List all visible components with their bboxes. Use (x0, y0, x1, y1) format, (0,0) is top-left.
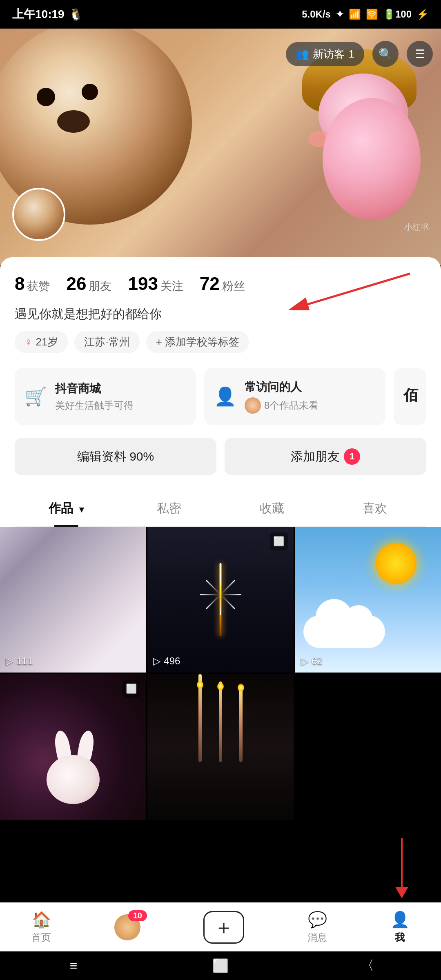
frequent-card-text: 常访问的人 8个作品未看 (245, 379, 318, 414)
play-count-3: ▷ 62 (301, 655, 323, 667)
third-card[interactable]: 佰 (394, 368, 426, 425)
tab-favorites[interactable]: 收藏 (220, 491, 323, 526)
visitors-count: 1 (349, 48, 354, 60)
tab-likes[interactable]: 喜欢 (323, 491, 426, 526)
grid-item-1[interactable]: ▷ 111 (0, 527, 146, 673)
play-icon-1: ▷ (6, 655, 13, 667)
third-card-title: 佰 (403, 385, 418, 405)
play-count-2: ▷ 496 (153, 655, 180, 667)
network-speed: 5.0K/s (302, 9, 331, 20)
tab-private[interactable]: 私密 (118, 491, 220, 526)
stats-section: 8 获赞 26 朋友 193 关注 72 粉丝 (15, 274, 426, 294)
cloud (303, 615, 385, 648)
gender-icon: ♀ (24, 336, 33, 348)
sun (376, 543, 416, 584)
stat-likes: 8 获赞 (15, 274, 50, 294)
grid-4-overlay: ⬜ (122, 680, 140, 698)
content-tabs: 作品 ▾ 私密 收藏 喜欢 (15, 491, 426, 527)
frequent-avatar (245, 397, 261, 414)
stat-fans[interactable]: 72 粉丝 (200, 274, 245, 294)
shop-card[interactable]: 🛒 抖音商城 美好生活触手可得 (15, 368, 196, 425)
wifi-icon: 🛜 (366, 9, 378, 20)
content-grid: ▷ 111 ⬜ ▷ 496 ▷ 62 (0, 527, 441, 820)
play-icon-3: ▷ (301, 655, 308, 667)
friends-label: 朋友 (89, 278, 111, 294)
add-tag-label: + 添加学校等标签 (156, 335, 239, 349)
home-icon: 🏠 (32, 911, 51, 929)
tags-row: ♀ 21岁 江苏·常州 + 添加学校等标签 (15, 331, 426, 353)
shop-card-text: 抖音商城 美好生活触手可得 (55, 381, 134, 412)
nav-home[interactable]: 🏠 首页 (31, 911, 51, 944)
tab-works[interactable]: 作品 ▾ (15, 491, 118, 526)
likes-label: 获赞 (27, 278, 50, 294)
edit-profile-button[interactable]: 编辑资料 90% (15, 438, 216, 475)
signal-icon: 📶 (349, 9, 361, 20)
add-tag-button[interactable]: + 添加学校等标签 (146, 331, 249, 353)
charge-icon: ⚡ (416, 9, 429, 20)
nav-badge: 10 (128, 910, 147, 921)
red-arrow-annotation (287, 270, 418, 310)
grid-item-3[interactable]: ▷ 62 (295, 527, 441, 673)
tab-favorites-label: 收藏 (260, 501, 284, 515)
frequent-card[interactable]: 👤 常访问的人 8个作品未看 (204, 368, 385, 425)
messages-icon: 💬 (308, 911, 327, 929)
pig-character (294, 49, 433, 245)
location-tag: 江苏·常州 (74, 331, 139, 353)
search-button[interactable]: 🔍 (372, 41, 399, 67)
nav-profile[interactable]: 👤 我 (390, 911, 410, 944)
fans-count: 72 (200, 274, 220, 294)
tab-dropdown-icon: ▾ (79, 504, 84, 514)
grid-2-overlay: ⬜ (270, 532, 288, 550)
add-icon: ＋ (203, 911, 244, 944)
nav-avatar-wrap: 10 (114, 914, 140, 940)
sys-back-btn[interactable]: 〈 (355, 957, 380, 975)
grid-item-2[interactable]: ⬜ ▷ 496 (147, 527, 293, 673)
bear-nose (57, 110, 90, 133)
arrow-line-vertical (401, 838, 403, 887)
bear-eye-right (82, 84, 98, 100)
nav-messages[interactable]: 💬 消息 (307, 911, 327, 944)
avatar (12, 188, 65, 241)
stat-friends[interactable]: 26 朋友 (66, 274, 111, 294)
system-nav-bar: ≡ ⬜ 〈 (0, 951, 441, 980)
stat-following[interactable]: 193 关注 (128, 274, 183, 294)
menu-button[interactable]: ☰ (407, 41, 433, 67)
nav-profile-label: 我 (395, 931, 405, 944)
qq-icon: 🐧 (69, 8, 83, 21)
tab-likes-label: 喜欢 (363, 501, 387, 515)
battery-icon: 🔋100 (383, 9, 412, 20)
red-arrow-down-annotation (395, 838, 408, 898)
grid-item-5[interactable] (147, 674, 293, 820)
fans-label: 粉丝 (222, 278, 245, 294)
person-icon: 👤 (214, 386, 236, 407)
shop-subtitle: 美好生活触手可得 (55, 399, 134, 412)
status-bar: 上午10:19 🐧 5.0K/s ✦ 📶 🛜 🔋100 ⚡ (0, 0, 441, 29)
location-value: 江苏·常州 (84, 335, 129, 349)
nav-home-label: 首页 (31, 931, 51, 944)
friends-count: 26 (66, 274, 86, 294)
age-value: 21岁 (36, 335, 58, 349)
edit-profile-label: 编辑资料 90% (77, 448, 154, 465)
nav-add[interactable]: ＋ (203, 911, 244, 944)
nav-avatar-item[interactable]: 10 (114, 914, 140, 940)
sys-home-btn[interactable]: ⬜ (208, 958, 233, 973)
info-cards-row: 🛒 抖音商城 美好生活触手可得 👤 常访问的人 8个作品未看 佰 (15, 368, 426, 425)
add-friend-button[interactable]: 添加朋友 1 (225, 438, 426, 475)
following-count: 193 (128, 274, 158, 294)
frequent-sub-row: 8个作品未看 (245, 397, 318, 414)
shop-icon: 🛒 (24, 386, 47, 407)
sys-menu-btn[interactable]: ≡ (61, 958, 86, 973)
likes-count: 8 (15, 274, 24, 294)
svg-line-1 (308, 274, 410, 304)
age-tag: ♀ 21岁 (15, 331, 68, 353)
watermark: 小红书 (404, 222, 429, 233)
profile-content: 8 获赞 26 朋友 193 关注 72 粉丝 (0, 257, 441, 527)
visitors-label: 新访客 (313, 47, 345, 61)
add-friend-label: 添加朋友 (291, 448, 340, 465)
visitors-pill[interactable]: 👥 新访客 1 (286, 42, 364, 66)
pig-body (323, 98, 421, 220)
arrow-head-down (395, 887, 408, 898)
frequent-subtitle: 8个作品未看 (264, 399, 318, 412)
grid-item-4[interactable]: ⬜ (0, 674, 146, 820)
action-buttons: 编辑资料 90% 添加朋友 1 (15, 438, 426, 475)
